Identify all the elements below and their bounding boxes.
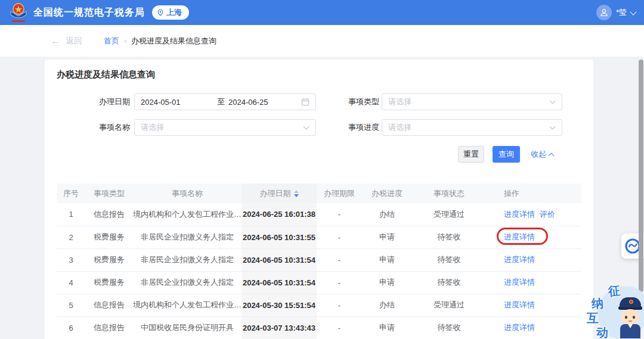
table-row: 3 税费服务 非居民企业扣缴义务人指定 2024-06-05 10:31:54 … xyxy=(57,248,581,271)
cell-deadline: - xyxy=(317,316,362,339)
mascot-zhengna-hudong[interactable]: 征 纳 互 动 xyxy=(583,283,644,339)
progress-detail-link[interactable]: 进度详情 xyxy=(504,232,535,241)
cell-deadline: - xyxy=(317,203,362,226)
progress-detail-link[interactable]: 进度详情 xyxy=(504,300,535,309)
breadcrumb-separator: › xyxy=(124,37,126,45)
cell-name: 境内机构和个人发包工程作业或劳... xyxy=(133,203,242,226)
item-progress-placeholder: 请选择 xyxy=(388,122,550,133)
item-name-select[interactable]: 请选择 xyxy=(134,119,316,136)
sort-desc-icon[interactable] xyxy=(294,194,299,197)
user-avatar[interactable] xyxy=(596,5,612,20)
date-range-input[interactable]: 2024-05-01 至 2024-06-25 xyxy=(134,94,316,110)
collapse-toggle[interactable]: 收起 xyxy=(531,149,553,160)
cell-status: 待签收 xyxy=(412,271,486,294)
collapse-label: 收起 xyxy=(531,149,546,160)
date-to-value[interactable]: 2024-06-25 xyxy=(228,98,301,107)
item-name-label: 事项名称 xyxy=(57,122,134,133)
cell-type: 税费服务 xyxy=(85,248,133,271)
results-table: 序号 事项类型 事项名称 办理日期 办理期限 办税进度 事项状态 操作 1 信息… xyxy=(57,184,581,339)
cell-progress: 办结 xyxy=(362,203,412,226)
chevron-down-icon xyxy=(550,98,556,104)
col-header-no: 序号 xyxy=(57,184,85,203)
cell-type: 信息报告 xyxy=(85,316,133,339)
location-label: 上海 xyxy=(166,7,182,18)
cell-date: 2024-06-05 10:31:54 xyxy=(242,248,317,271)
page: 全国统一规范电子税务局 上海 *莹 ← 返回 首页 › 办税进度及结果信息查询 xyxy=(0,0,644,339)
col-header-deadline: 办理期限 xyxy=(317,184,362,203)
location-pin-icon xyxy=(157,9,164,16)
mascot-officer-figure xyxy=(616,297,644,339)
table-row: 1 信息报告 境内机构和个人发包工程作业或劳... 2024-06-25 16:… xyxy=(57,203,581,226)
col-header-status: 事项状态 xyxy=(412,184,486,203)
cell-progress: 申请 xyxy=(362,226,412,248)
chevron-down-icon[interactable] xyxy=(630,8,636,15)
col-header-type: 事项类型 xyxy=(85,184,133,203)
col-header-date[interactable]: 办理日期 xyxy=(242,184,317,203)
reset-button[interactable]: 重置 xyxy=(458,146,484,163)
user-name[interactable]: *莹 xyxy=(616,7,627,18)
table-row: 5 信息报告 境内机构和个人发包工程作业或劳... 2024-05-30 15:… xyxy=(57,294,581,316)
main-panel: 办税进度及结果信息查询 办理日期 2024-05-01 至 2024-06-25… xyxy=(45,60,593,339)
cell-date: 2024-03-07 13:43:43 xyxy=(242,316,317,339)
progress-detail-link[interactable]: 进度详情 xyxy=(504,323,535,332)
cell-type: 信息报告 xyxy=(85,203,133,226)
date-range-label: 办理日期 xyxy=(57,97,134,107)
breadcrumb: ← 返回 首页 › 办税进度及结果信息查询 xyxy=(0,25,644,57)
calendar-icon[interactable] xyxy=(301,98,309,106)
hat-emblem-icon xyxy=(629,300,633,304)
chevron-down-icon xyxy=(550,124,556,130)
back-arrow-icon[interactable]: ← xyxy=(51,35,61,47)
progress-detail-link[interactable]: 进度详情 xyxy=(504,278,535,287)
col-header-name: 事项名称 xyxy=(133,184,242,203)
cell-no: 6 xyxy=(57,316,85,339)
cell-no: 4 xyxy=(57,271,85,294)
cell-date: 2024-06-05 10:31:55 xyxy=(242,226,317,248)
query-button[interactable]: 查询 xyxy=(493,146,520,163)
cell-status: 待签收 xyxy=(412,248,486,271)
mascot-char: 动 xyxy=(596,324,609,339)
sort-asc-icon[interactable] xyxy=(294,190,299,193)
cell-status: 受理通过 xyxy=(412,294,486,316)
col-header-action: 操作 xyxy=(486,184,581,203)
tax-bureau-logo-icon xyxy=(8,2,29,23)
table-header-row: 序号 事项类型 事项名称 办理日期 办理期限 办税进度 事项状态 操作 xyxy=(57,184,581,203)
progress-detail-link[interactable]: 进度详情 xyxy=(504,255,535,264)
chevron-down-icon xyxy=(304,124,309,130)
cell-no: 3 xyxy=(57,248,85,271)
table-row: 2 税费服务 非居民企业扣缴义务人指定 2024-06-05 10:31:55 … xyxy=(57,226,581,248)
cell-name: 中国税收居民身份证明开具 xyxy=(133,316,242,339)
progress-detail-link[interactable]: 进度详情 xyxy=(504,210,535,219)
cell-deadline: - xyxy=(317,271,362,294)
cell-status: 待签收 xyxy=(412,226,486,248)
cell-deadline: - xyxy=(317,294,362,316)
item-type-label: 事项类型 xyxy=(316,97,382,107)
sort-icons xyxy=(294,190,299,197)
person-icon xyxy=(599,8,609,17)
cell-date: 2024-06-25 16:01:38 xyxy=(242,203,317,226)
cell-type: 税费服务 xyxy=(85,271,133,294)
breadcrumb-current: 办税进度及结果信息查询 xyxy=(131,36,216,46)
item-progress-select[interactable]: 请选择 xyxy=(382,119,562,136)
cell-date: 2024-06-05 10:31:54 xyxy=(242,271,317,294)
cell-status: 待签收 xyxy=(412,316,486,339)
scrollbar[interactable] xyxy=(639,60,643,292)
item-progress-label: 事项进度 xyxy=(316,122,382,133)
location-selector[interactable]: 上海 xyxy=(152,5,189,20)
cell-deadline: - xyxy=(317,248,362,271)
table-row: 4 税费服务 非居民企业扣缴义务人指定 2024-06-05 10:31:54 … xyxy=(57,271,581,294)
date-from-value[interactable]: 2024-05-01 xyxy=(141,98,213,107)
cell-progress: 申请 xyxy=(362,316,412,339)
breadcrumb-home[interactable]: 首页 xyxy=(104,36,119,46)
back-button[interactable]: 返回 xyxy=(66,36,82,46)
chevron-up-icon xyxy=(549,153,555,158)
review-link[interactable]: 评价 xyxy=(540,210,555,219)
item-type-select[interactable]: 请选择 xyxy=(382,94,562,110)
cell-date: 2024-05-30 15:51:54 xyxy=(242,294,317,316)
cell-name: 非居民企业扣缴义务人指定 xyxy=(133,248,242,271)
cell-no: 1 xyxy=(57,203,85,226)
cell-no: 2 xyxy=(57,226,85,248)
date-separator: 至 xyxy=(213,97,228,107)
cell-no: 5 xyxy=(57,294,85,316)
cell-progress: 办结 xyxy=(362,294,412,316)
cell-progress: 申请 xyxy=(362,271,412,294)
